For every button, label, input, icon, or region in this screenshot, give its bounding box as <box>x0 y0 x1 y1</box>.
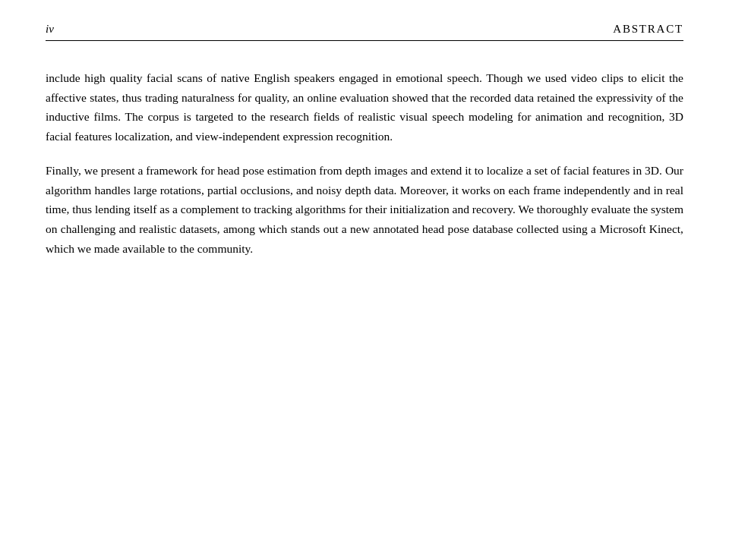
section-title: Abstract <box>613 23 683 36</box>
page-header: iv Abstract <box>46 23 683 41</box>
page: iv Abstract include high quality facial … <box>0 0 729 560</box>
page-content: include high quality facial scans of nat… <box>46 68 683 258</box>
paragraph-1: include high quality facial scans of nat… <box>46 68 683 146</box>
paragraph-2: Finally, we present a framework for head… <box>46 161 683 258</box>
page-number: iv <box>46 23 54 36</box>
